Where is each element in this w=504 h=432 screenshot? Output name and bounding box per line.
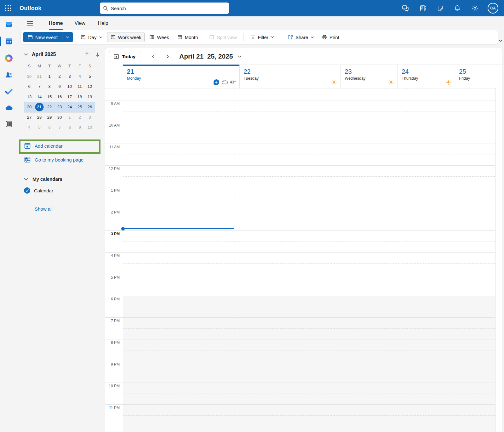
time-slot[interactable]: [385, 296, 440, 317]
time-slot[interactable]: [440, 252, 495, 274]
rail-todo-icon[interactable]: [0, 84, 17, 99]
rail-calendar-icon[interactable]: [0, 34, 17, 49]
date-range-title[interactable]: April 21–25, 2025: [179, 53, 233, 60]
time-slot[interactable]: [385, 361, 440, 383]
view-week-button[interactable]: Week: [146, 32, 172, 42]
date-range-chevron-icon[interactable]: [238, 55, 242, 58]
mini-date[interactable]: 2: [54, 72, 65, 81]
time-slot[interactable]: [234, 317, 330, 339]
mini-date[interactable]: 30: [54, 113, 65, 122]
search-input[interactable]: Search: [100, 3, 229, 14]
filter-button[interactable]: Filter: [247, 32, 278, 42]
time-slot[interactable]: [234, 165, 330, 187]
time-slot[interactable]: [123, 317, 234, 339]
mini-date[interactable]: 20: [24, 103, 34, 111]
time-slot[interactable]: [385, 317, 440, 339]
onenote-icon[interactable]: N: [418, 4, 427, 13]
quick-add-event-badge[interactable]: [214, 79, 219, 85]
time-slot[interactable]: [123, 361, 234, 383]
new-event-button[interactable]: New event: [23, 32, 73, 42]
time-slot[interactable]: [440, 100, 495, 122]
time-slot[interactable]: [385, 144, 440, 165]
minical-next-month-icon[interactable]: [96, 52, 100, 57]
mini-date[interactable]: 30: [24, 72, 34, 81]
time-slot[interactable]: [331, 187, 385, 209]
print-button[interactable]: Print: [318, 32, 343, 42]
previous-week-chevron-icon[interactable]: [148, 52, 158, 61]
time-slot[interactable]: [123, 88, 234, 100]
time-slot[interactable]: [331, 100, 385, 122]
time-slot[interactable]: [234, 88, 330, 100]
time-slot[interactable]: [123, 122, 234, 144]
day-header-thursday[interactable]: 24Thursday: [398, 65, 455, 88]
rail-more-apps-icon[interactable]: [0, 117, 17, 132]
mini-date[interactable]: 14: [34, 93, 44, 101]
mini-date[interactable]: 8: [65, 123, 75, 132]
mini-date[interactable]: 25: [75, 103, 85, 111]
time-slot[interactable]: [440, 383, 495, 404]
mini-date[interactable]: 3: [65, 72, 75, 81]
time-slot[interactable]: [331, 122, 385, 144]
mini-date[interactable]: 26: [85, 103, 95, 111]
calendar-checked-icon[interactable]: [24, 187, 30, 194]
time-slot[interactable]: [234, 404, 330, 426]
time-slot[interactable]: [234, 144, 330, 165]
mini-date[interactable]: 9: [54, 82, 65, 91]
minical-prev-month-icon[interactable]: [85, 52, 89, 57]
today-button[interactable]: Today: [109, 51, 140, 62]
time-slot[interactable]: [331, 296, 385, 317]
mini-date[interactable]: 2: [75, 113, 85, 122]
rail-onedrive-icon[interactable]: [0, 101, 17, 116]
minical-collapse-chevron-icon[interactable]: [24, 53, 28, 56]
time-slot[interactable]: [331, 144, 385, 165]
view-day-button[interactable]: Day: [77, 32, 106, 42]
mini-date[interactable]: 22: [44, 103, 54, 111]
mini-date[interactable]: 3: [85, 113, 95, 122]
mini-date[interactable]: 1: [65, 113, 75, 122]
time-slot[interactable]: [234, 187, 330, 209]
next-week-chevron-icon[interactable]: [163, 52, 172, 61]
time-slot[interactable]: [123, 144, 234, 165]
time-slot[interactable]: [234, 296, 330, 317]
time-slot[interactable]: [123, 165, 234, 187]
mini-date[interactable]: 6: [24, 82, 34, 91]
time-slot[interactable]: [331, 383, 385, 404]
mini-date[interactable]: 12: [85, 82, 95, 91]
time-slot[interactable]: [234, 339, 330, 361]
mini-date[interactable]: 9: [75, 123, 85, 132]
time-slot[interactable]: [234, 100, 330, 122]
share-button[interactable]: Share: [284, 32, 317, 42]
time-slot[interactable]: [440, 317, 495, 339]
mini-date[interactable]: 27: [24, 113, 34, 122]
time-slot[interactable]: [234, 252, 330, 274]
time-slot[interactable]: [440, 187, 495, 209]
day-header-monday[interactable]: 21Monday43°: [123, 65, 239, 88]
teams-chat-icon[interactable]: [401, 4, 410, 13]
mini-date[interactable]: 4: [24, 123, 34, 132]
time-slot[interactable]: [234, 383, 330, 404]
time-slot[interactable]: [331, 209, 385, 230]
time-slot[interactable]: [385, 88, 440, 100]
time-slot[interactable]: [123, 383, 234, 404]
time-slot[interactable]: [385, 404, 440, 426]
time-slot[interactable]: [440, 230, 495, 252]
time-slot[interactable]: [440, 144, 495, 165]
mini-date[interactable]: 31: [34, 72, 44, 81]
time-slot[interactable]: [440, 274, 495, 296]
time-slot[interactable]: [234, 122, 330, 144]
day-header-wednesday[interactable]: 23Wednesday: [341, 65, 398, 88]
time-slot[interactable]: [385, 122, 440, 144]
minical-month-title[interactable]: April 2025: [32, 52, 85, 57]
booking-page-link[interactable]: b Go to my booking page: [24, 156, 83, 163]
time-slot[interactable]: [385, 252, 440, 274]
time-slot[interactable]: [385, 274, 440, 296]
app-launcher-waffle-icon[interactable]: [2, 2, 14, 14]
mini-date[interactable]: 17: [65, 93, 75, 101]
account-avatar[interactable]: CA: [488, 3, 498, 14]
time-slot[interactable]: [123, 274, 234, 296]
time-slot[interactable]: [123, 404, 234, 426]
time-slot[interactable]: [440, 209, 495, 230]
add-calendar-button[interactable]: Add calendar: [24, 142, 62, 149]
time-slot[interactable]: [331, 274, 385, 296]
time-slot[interactable]: [234, 230, 330, 252]
